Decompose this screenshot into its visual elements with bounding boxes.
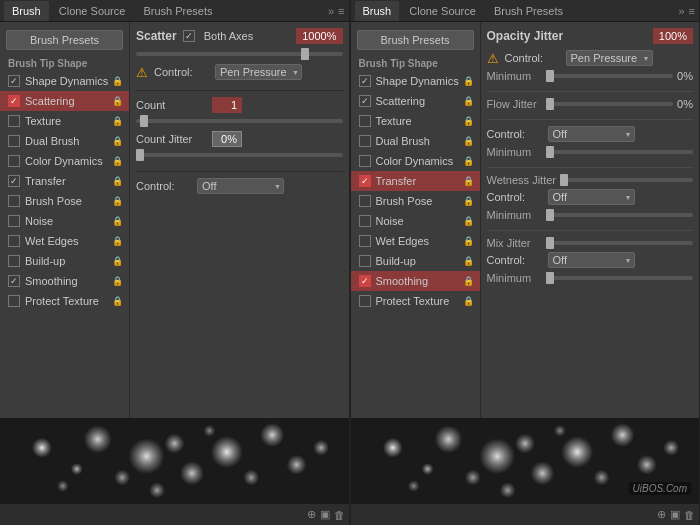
sidebar-checkbox-10[interactable] <box>359 275 371 287</box>
minimum-slider-3[interactable] <box>546 213 694 217</box>
sidebar-item-8[interactable]: Wet Edges🔒 <box>351 231 480 251</box>
tab-brush-right[interactable]: Brush <box>355 1 400 21</box>
sidebar-item-5[interactable]: Transfer🔒 <box>0 171 129 191</box>
count-jitter-slider-thumb[interactable] <box>136 149 144 161</box>
sidebar-checkbox-9[interactable] <box>8 255 20 267</box>
tab-clone-source-right[interactable]: Clone Source <box>401 1 484 21</box>
control-select-right-2[interactable]: Off Pen Pressure <box>548 126 635 142</box>
sidebar-item-0[interactable]: Shape Dynamics🔒 <box>351 71 480 91</box>
sidebar-checkbox-3[interactable] <box>8 135 20 147</box>
sidebar-checkbox-7[interactable] <box>359 215 371 227</box>
delete-brush-icon[interactable]: 🗑 <box>334 509 345 521</box>
sidebar-item-1[interactable]: Scattering🔒 <box>0 91 129 111</box>
sidebar-item-3[interactable]: Dual Brush🔒 <box>0 131 129 151</box>
flow-jitter-thumb[interactable] <box>546 98 554 110</box>
minimum-slider-thumb-1[interactable] <box>546 70 554 82</box>
both-axes-checkbox[interactable] <box>183 30 195 42</box>
tab-brush-presets-right[interactable]: Brush Presets <box>486 1 571 21</box>
opacity-pct[interactable]: 100% <box>653 28 693 44</box>
count-jitter-value[interactable]: 0% <box>212 131 242 147</box>
scatter-slider-thumb[interactable] <box>301 48 309 60</box>
sidebar-item-5[interactable]: Transfer🔒 <box>351 171 480 191</box>
sidebar-checkbox-1[interactable] <box>359 95 371 107</box>
minimum-slider-thumb-3[interactable] <box>546 209 554 221</box>
control-select-right-1[interactable]: Pen Pressure Off <box>566 50 653 66</box>
sidebar-checkbox-5[interactable] <box>359 175 371 187</box>
count-slider-thumb[interactable] <box>140 115 148 127</box>
sidebar-checkbox-9[interactable] <box>359 255 371 267</box>
sidebar-checkbox-4[interactable] <box>8 155 20 167</box>
minimum-slider-thumb-4[interactable] <box>546 272 554 284</box>
sidebar-checkbox-10[interactable] <box>8 275 20 287</box>
count-jitter-slider-track[interactable] <box>136 153 343 157</box>
sidebar-item-6[interactable]: Brush Pose🔒 <box>0 191 129 211</box>
sidebar-item-9[interactable]: Build-up🔒 <box>0 251 129 271</box>
control-select-right-4[interactable]: Off Pen Pressure <box>548 252 635 268</box>
sidebar-item-label-1: Scattering <box>25 95 112 107</box>
sidebar-checkbox-6[interactable] <box>8 195 20 207</box>
tab-clone-source-left[interactable]: Clone Source <box>51 1 134 21</box>
sidebar-item-2[interactable]: Texture🔒 <box>351 111 480 131</box>
count-value[interactable]: 1 <box>212 97 242 113</box>
brush-presets-btn-left[interactable]: Brush Presets <box>6 30 123 50</box>
mix-slider[interactable] <box>546 241 694 245</box>
sidebar-checkbox-2[interactable] <box>8 115 20 127</box>
sidebar-checkbox-7[interactable] <box>8 215 20 227</box>
sidebar-checkbox-2[interactable] <box>359 115 371 127</box>
sidebar-item-10[interactable]: Smoothing🔒 <box>351 271 480 291</box>
sidebar-item-3[interactable]: Dual Brush🔒 <box>351 131 480 151</box>
sidebar-item-10[interactable]: Smoothing🔒 <box>0 271 129 291</box>
sidebar-checkbox-11[interactable] <box>359 295 371 307</box>
sidebar-checkbox-6[interactable] <box>359 195 371 207</box>
sidebar-item-7[interactable]: Noise🔒 <box>0 211 129 231</box>
sidebar-item-6[interactable]: Brush Pose🔒 <box>351 191 480 211</box>
count-slider-track[interactable] <box>136 119 343 123</box>
wetness-thumb[interactable] <box>560 174 568 186</box>
sidebar-checkbox-8[interactable] <box>8 235 20 247</box>
save-brush-icon-right[interactable]: ▣ <box>670 508 680 521</box>
expand-icon-right[interactable]: » <box>678 5 684 17</box>
flow-jitter-slider[interactable] <box>546 102 674 106</box>
menu-icon-right[interactable]: ≡ <box>689 5 695 17</box>
sidebar-checkbox-11[interactable] <box>8 295 20 307</box>
control-select-left-1[interactable]: Pen Pressure Off Fade Pen Tilt <box>215 64 302 80</box>
sidebar-item-7[interactable]: Noise🔒 <box>351 211 480 231</box>
sidebar-checkbox-8[interactable] <box>359 235 371 247</box>
sidebar-item-4[interactable]: Color Dynamics🔒 <box>351 151 480 171</box>
sidebar-item-0[interactable]: Shape Dynamics🔒 <box>0 71 129 91</box>
control-select-left-2[interactable]: Off Fade Pen Pressure <box>197 178 284 194</box>
sidebar-checkbox-4[interactable] <box>359 155 371 167</box>
save-brush-icon[interactable]: ▣ <box>320 508 330 521</box>
delete-brush-icon-right[interactable]: 🗑 <box>684 509 695 521</box>
lock-icon-3: 🔒 <box>112 136 123 146</box>
control-select-right-3[interactable]: Off Pen Pressure <box>548 189 635 205</box>
sidebar-item-1[interactable]: Scattering🔒 <box>351 91 480 111</box>
minimum-slider-1[interactable] <box>546 74 674 78</box>
minimum-slider-4[interactable] <box>546 276 694 280</box>
scatter-slider-track[interactable] <box>136 52 343 56</box>
minimum-slider-2[interactable] <box>546 150 694 154</box>
sidebar-checkbox-0[interactable] <box>359 75 371 87</box>
sidebar-checkbox-5[interactable] <box>8 175 20 187</box>
new-brush-icon[interactable]: ⊕ <box>307 508 316 521</box>
scatter-pct[interactable]: 1000% <box>296 28 342 44</box>
minimum-slider-thumb-2[interactable] <box>546 146 554 158</box>
sidebar-item-4[interactable]: Color Dynamics🔒 <box>0 151 129 171</box>
tab-brush-presets-left[interactable]: Brush Presets <box>135 1 220 21</box>
sidebar-checkbox-0[interactable] <box>8 75 20 87</box>
menu-icon-left[interactable]: ≡ <box>338 5 344 17</box>
wetness-slider[interactable] <box>560 178 693 182</box>
expand-icon-left[interactable]: » <box>328 5 334 17</box>
sidebar-checkbox-1[interactable] <box>8 95 20 107</box>
sidebar-item-9[interactable]: Build-up🔒 <box>351 251 480 271</box>
new-brush-icon-right[interactable]: ⊕ <box>657 508 666 521</box>
sidebar-item-11[interactable]: Protect Texture🔒 <box>0 291 129 311</box>
sidebar-item-11[interactable]: Protect Texture🔒 <box>351 291 480 311</box>
brush-presets-btn-right[interactable]: Brush Presets <box>357 30 474 50</box>
tab-brush-left[interactable]: Brush <box>4 1 49 21</box>
lock-icon-11: 🔒 <box>112 296 123 306</box>
mix-thumb[interactable] <box>546 237 554 249</box>
sidebar-checkbox-3[interactable] <box>359 135 371 147</box>
sidebar-item-8[interactable]: Wet Edges🔒 <box>0 231 129 251</box>
sidebar-item-2[interactable]: Texture🔒 <box>0 111 129 131</box>
